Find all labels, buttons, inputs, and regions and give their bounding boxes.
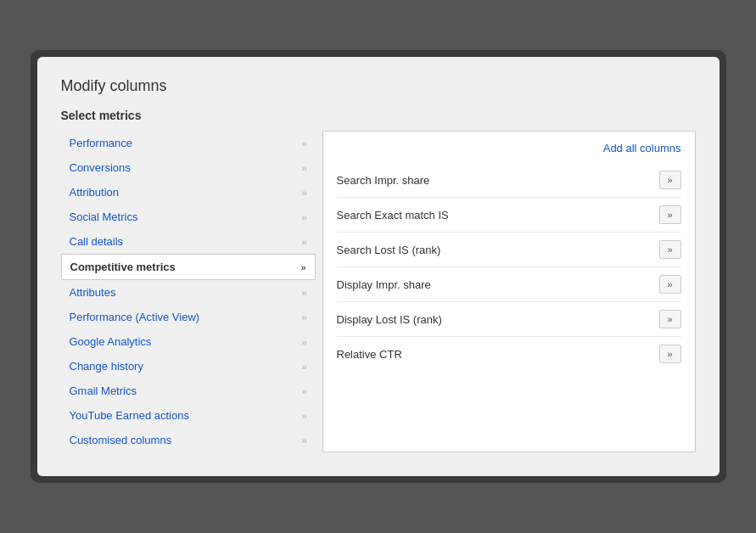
add-metric-button-relative-ctr[interactable]: » xyxy=(659,345,681,363)
add-metric-button-search-lost-is-rank[interactable]: » xyxy=(659,240,681,259)
sidebar-item-label: Performance xyxy=(70,137,132,149)
sidebar-item-label: Conversions xyxy=(70,161,131,174)
sidebar-item-label: Competitive metrics xyxy=(70,261,176,273)
chevron-right-icon: » xyxy=(301,237,306,247)
chevron-right-icon: » xyxy=(301,337,306,347)
select-metrics-label: Select metrics xyxy=(61,109,696,122)
add-metric-button-search-exact-match-is[interactable]: » xyxy=(659,205,681,224)
metric-row-search-exact-match-is: Search Exact match IS» xyxy=(337,198,681,233)
metric-label: Search Lost IS (rank) xyxy=(337,244,441,256)
sidebar-item-youtube-earned-actions[interactable]: YouTube Earned actions» xyxy=(61,403,316,428)
chevron-right-icon: » xyxy=(301,435,306,446)
chevron-right-icon: » xyxy=(301,288,306,298)
chevron-right-icon: » xyxy=(300,262,305,272)
sidebar-item-social-metrics[interactable]: Social Metrics» xyxy=(61,205,316,229)
add-metric-button-display-impr-share[interactable]: » xyxy=(659,275,681,294)
sidebar-item-label: Google Analytics xyxy=(70,335,152,348)
metric-row-display-impr-share: Display Impr. share» xyxy=(337,267,681,302)
chevron-right-icon: » xyxy=(301,386,306,396)
add-metric-button-search-impr-share[interactable]: » xyxy=(659,171,681,189)
metric-label: Search Exact match IS xyxy=(337,209,449,222)
sidebar-item-label: Gmail Metrics xyxy=(70,384,137,397)
chevron-right-icon: » xyxy=(301,212,306,222)
content-area: Performance»Conversions»Attribution»Soci… xyxy=(61,131,696,452)
chevron-right-icon: » xyxy=(301,163,306,173)
sidebar-item-label: Change history xyxy=(70,360,143,373)
sidebar-item-label: Attributes xyxy=(70,286,116,299)
sidebar-item-google-analytics[interactable]: Google Analytics» xyxy=(61,329,316,354)
chevron-right-icon: » xyxy=(301,411,306,421)
sidebar-item-label: Attribution xyxy=(70,186,120,199)
sidebar-item-performance[interactable]: Performance» xyxy=(61,131,316,155)
add-all-link[interactable]: Add all columns xyxy=(337,142,681,154)
sidebar-item-performance-active-view[interactable]: Performance (Active View)» xyxy=(61,305,316,329)
chevron-right-icon: » xyxy=(301,138,306,149)
sidebar-item-attribution[interactable]: Attribution» xyxy=(61,180,316,205)
sidebar-item-attributes[interactable]: Attributes» xyxy=(61,280,316,305)
dialog-title: Modify columns xyxy=(61,77,696,95)
left-panel: Performance»Conversions»Attribution»Soci… xyxy=(61,131,316,452)
sidebar-item-call-details[interactable]: Call details» xyxy=(61,229,316,254)
metric-label: Relative CTR xyxy=(337,348,402,361)
metric-label: Display Lost IS (rank) xyxy=(337,313,442,326)
chevron-right-icon: » xyxy=(301,362,306,372)
sidebar-item-gmail-metrics[interactable]: Gmail Metrics» xyxy=(61,379,316,403)
sidebar-item-change-history[interactable]: Change history» xyxy=(61,354,316,379)
sidebar-item-customised-columns[interactable]: Customised columns» xyxy=(61,428,316,452)
sidebar-item-label: Customised columns xyxy=(70,434,172,446)
metric-row-relative-ctr: Relative CTR» xyxy=(337,337,681,371)
metric-label: Display Impr. share xyxy=(337,278,431,291)
sidebar-item-competitive-metrics[interactable]: Competitive metrics» xyxy=(61,254,316,280)
sidebar-item-label: YouTube Earned actions xyxy=(70,409,189,422)
chevron-right-icon: » xyxy=(301,188,306,198)
metric-row-search-lost-is-rank: Search Lost IS (rank)» xyxy=(337,233,681,267)
modify-columns-dialog: Modify columns Select metrics Performanc… xyxy=(31,50,726,483)
sidebar-item-conversions[interactable]: Conversions» xyxy=(61,155,316,180)
metrics-list: Search Impr. share»Search Exact match IS… xyxy=(337,163,681,371)
right-panel: Add all columns Search Impr. share»Searc… xyxy=(322,131,696,452)
metric-row-display-lost-is-rank: Display Lost IS (rank)» xyxy=(337,302,681,337)
metric-label: Search Impr. share xyxy=(337,174,430,187)
sidebar-item-label: Social Metrics xyxy=(70,210,138,223)
metric-row-search-impr-share: Search Impr. share» xyxy=(337,163,681,198)
add-all-columns-link[interactable]: Add all columns xyxy=(603,142,681,154)
chevron-right-icon: » xyxy=(301,312,306,323)
add-metric-button-display-lost-is-rank[interactable]: » xyxy=(659,310,681,328)
sidebar-item-label: Performance (Active View) xyxy=(70,311,200,323)
dialog-content: Modify columns Select metrics Performanc… xyxy=(37,57,720,476)
sidebar-item-label: Call details xyxy=(70,235,124,248)
